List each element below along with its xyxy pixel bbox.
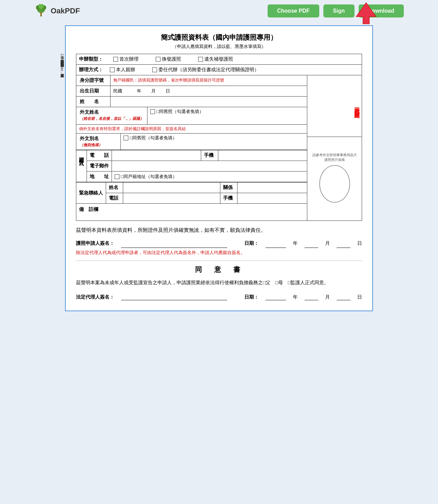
photo-label: 照片浮貼處 (307, 75, 362, 137)
checkbox-first (113, 57, 118, 62)
emergency-mobile-value (237, 193, 307, 203)
emergency-phone-value (123, 193, 220, 203)
checkbox-renew (156, 57, 160, 62)
processing-method-row: 辦理方式： 本人親辦 委任代辦（須另附委任書或法定代理關係證明） (76, 64, 362, 75)
email-value (112, 161, 307, 171)
legal-month-label: 月 (325, 294, 330, 300)
passport-sig-label: 護照申請人簽名： (76, 238, 114, 248)
header: OakPDF Choose PDF Sign Download (0, 0, 438, 22)
checkbox-lost (198, 57, 203, 62)
email-label: 電子郵件 (87, 161, 112, 171)
legal-rep-sig-label: 法定代理人簽名： (76, 294, 114, 300)
app-type-first[interactable]: 首次辦理 (113, 56, 139, 62)
red-notice: 除法定代理人代為或代理申請者，可由法定代理人代為簽名外，申請人均應親自簽名。 (76, 249, 362, 256)
logo-area: OakPDF (34, 4, 80, 18)
phone-value (112, 150, 201, 161)
choose-pdf-button[interactable]: Choose PDF (268, 4, 319, 17)
dashed-divider (76, 261, 362, 261)
birth-date-value: 民國 年 月 日 (111, 86, 307, 96)
id-number-label: 身分證字號 (76, 75, 111, 86)
mobile-label: 手機 (201, 150, 218, 161)
checkbox-address (115, 174, 119, 179)
photo-oval-frame (319, 165, 350, 203)
remarks-label: 備 註欄 (76, 204, 101, 220)
legal-day-label: 日 (357, 294, 362, 300)
checkbox-delegate (152, 67, 157, 72)
side-text: 年滿12歲以上有戶籍國民申請中華民國晶片護照者，即可至內政部移民署自動查驗通關系… (60, 53, 64, 293)
sign-button[interactable]: Sign (323, 4, 355, 17)
emergency-relation-label: 關係 (220, 182, 237, 193)
phone-label: 電 話 (87, 150, 112, 161)
legal-year-label: 年 (293, 294, 298, 300)
foreign-name-label: 外文姓名 （姓在前，名在後，並以「，」區隔） (76, 107, 147, 124)
photo-oval-area: 請參考外交部領事事務局晶片護照照片規格 (307, 137, 362, 220)
oak-icon (34, 4, 48, 18)
id-number-note: 無戶籍國民：請填寫護照號碼，省次申辦請填寫居留許可證號 (111, 75, 307, 86)
contact-label: 聯絡方式 (76, 150, 87, 182)
document-container: 年滿12歲以上有戶籍國民申請中華民國晶片護照者，即可至內政部移民署自動查驗通關系… (65, 25, 373, 311)
checkbox-foreign-name (150, 109, 155, 114)
emergency-rows: 姓名 關係 電話 (106, 182, 307, 203)
email-row: 電子郵件 (87, 161, 307, 172)
checkbox-foreign-alias (124, 136, 128, 140)
remarks-section: 備 註欄 (76, 203, 307, 220)
emergency-name-row: 姓名 關係 (106, 182, 307, 193)
emergency-name-value (123, 182, 220, 193)
name-label: 姓 名 (76, 97, 111, 107)
name-row: 姓 名 (76, 97, 307, 107)
birth-date-row: 出生日期 民國 年 月 日 (76, 86, 307, 97)
method-self[interactable]: 本人親辦 (110, 67, 135, 73)
mobile-value (218, 150, 307, 161)
month-label: 月 (325, 238, 330, 248)
emergency-label: 緊急聯絡人 (76, 182, 106, 203)
form-title: 簡式護照資料表（國內申請護照專用） (76, 33, 362, 42)
form-subtitle: （申請人應填寫資料，請以藍、黑墨水筆填寫） (76, 43, 362, 50)
photo-note: 請參考外交部領事事務局晶片護照照片規格 (311, 153, 358, 162)
address-label: 地 址 (87, 172, 112, 182)
signature-area: 護照申請人簽名： 日期： 年 月 日 (76, 238, 362, 248)
consent-title: 同 意 書 (76, 265, 362, 274)
id-number-row: 身分證字號 無戶籍國民：請填寫護照號碼，省次申辦請填寫居留許可證號 (76, 75, 307, 86)
address-row: 地 址 □同戶籍地址（勾選者免填） (87, 172, 307, 182)
birth-date-label: 出生日期 (76, 86, 111, 96)
address-check[interactable]: □同戶籍地址（勾選者免填） (112, 172, 307, 182)
app-type-label: 申辦類型： (79, 56, 103, 62)
download-arrow-icon (354, 1, 378, 25)
svg-rect-1 (40, 12, 42, 16)
app-type-renew[interactable]: 換發護照 (156, 56, 181, 62)
processing-method-label: 辦理方式： (79, 67, 103, 73)
emergency-relation-value (237, 182, 307, 193)
legal-signature-area: 法定代理人簽名： 日期： 年 月 日 (76, 294, 362, 300)
emergency-section: 緊急聯絡人 姓名 關係 (76, 182, 307, 203)
consent-section: 同 意 書 茲聲明本案為未成年人或受監護宣告之申請人，申請護照業經依法得行使權利… (76, 265, 362, 300)
foreign-alias-check[interactable]: □同舊照（勾選者免填） (124, 135, 304, 141)
consent-text: 茲聲明本案為未成年人或受監護宣告之申請人，申請護照業經依法得行使權利負擔義務之□… (76, 278, 362, 287)
emergency-name-label: 姓名 (106, 182, 123, 193)
year-label: 年 (293, 238, 298, 248)
form-fields-left: 身分證字號 無戶籍國民：請填寫護照號碼，省次申辦請填寫居留許可證號 出生日期 民… (76, 75, 307, 220)
phone-row: 電 話 手機 (87, 150, 307, 161)
legal-date-label: 日期： (244, 294, 259, 300)
name-value (111, 97, 307, 107)
form-table-area: 身分證字號 無戶籍國民：請填寫護照號碼，省次申辦請填寫居留許可證號 出生日期 民… (76, 75, 362, 221)
foreign-name-note: 倘外文姓名有特別需求，請於備註欄說明原因，並簽名具結 (76, 125, 307, 133)
foreign-alias-row: 外文別名 （無則免填） □同舊照（勾選者免填） (76, 134, 307, 150)
app-type-lost[interactable]: 遺失補發護照 (198, 56, 233, 62)
foreign-name-check[interactable]: □同舊照（勾選者免填） (150, 109, 304, 115)
photo-section: 照片浮貼處 請參考外交部領事事務局晶片護照照片規格 (307, 75, 362, 220)
application-type-row: 申辦類型： 首次辦理 換發護照 遺失補發護照 (76, 54, 362, 64)
foreign-alias-label: 外文別名 （無則免填） (76, 134, 121, 150)
checkbox-self (110, 67, 115, 72)
emergency-phone-label: 電話 (106, 193, 123, 203)
emergency-mobile-label: 手機 (220, 193, 237, 203)
contact-rows: 電 話 手機 電子郵件 (87, 150, 307, 182)
contact-section: 聯絡方式 電 話 手機 (76, 150, 307, 182)
logo-text: OakPDF (51, 7, 80, 15)
svg-marker-5 (356, 3, 376, 24)
main-content: 年滿12歲以上有戶籍國民申請中華民國晶片護照者，即可至內政部移民署自動查驗通關系… (0, 22, 438, 318)
date-label: 日期： (244, 238, 259, 248)
header-buttons: Choose PDF Sign Download (268, 4, 404, 17)
declaration-text: 茲聲明本資料表所填資料，所附證件及照片俱確實無訛，如有不實，願負法律責任。 (76, 225, 362, 235)
foreign-name-row: 外文姓名 （姓在前，名在後，並以「，」區隔） □同舊照（勾選者免填） 倘外文姓名… (76, 107, 307, 134)
method-delegate[interactable]: 委任代辦（須另附委任書或法定代理關係證明） (152, 67, 259, 73)
